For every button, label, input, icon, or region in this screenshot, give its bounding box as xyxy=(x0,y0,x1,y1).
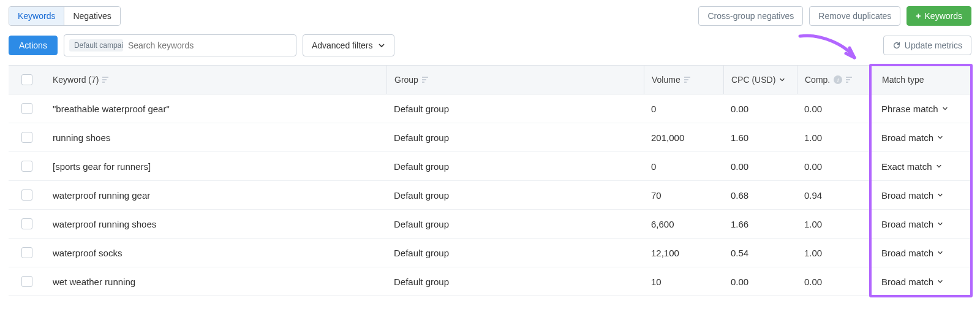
cell-comp: 1.00 xyxy=(797,239,870,267)
chevron-down-icon xyxy=(937,278,943,285)
cell-keyword[interactable]: wet weather running xyxy=(45,267,386,296)
cell-volume: 201,000 xyxy=(644,123,723,151)
col-header-match-type[interactable]: Match type xyxy=(870,66,971,94)
table-row: wet weather running Default group 10 0.0… xyxy=(9,267,971,296)
cell-volume: 12,100 xyxy=(644,239,723,267)
match-type-select[interactable]: Broad match xyxy=(881,248,943,258)
match-type-select[interactable]: Broad match xyxy=(881,219,943,229)
row-checkbox[interactable] xyxy=(21,132,32,143)
cell-group[interactable]: Default group xyxy=(386,239,644,267)
refresh-icon xyxy=(892,41,901,50)
col-header-comp[interactable]: Comp. i xyxy=(797,66,870,94)
cell-volume: 6,600 xyxy=(644,210,723,238)
add-keywords-label: Keywords xyxy=(925,11,962,21)
cell-comp: 1.00 xyxy=(797,123,870,151)
col-header-match-label: Match type xyxy=(882,75,924,85)
match-type-select[interactable]: Broad match xyxy=(881,132,943,143)
cell-cpc: 0.00 xyxy=(723,267,797,296)
chevron-down-icon xyxy=(779,77,785,83)
cell-group[interactable]: Default group xyxy=(386,210,644,238)
row-checkbox[interactable] xyxy=(21,276,32,287)
cell-group[interactable]: Default group xyxy=(386,123,644,151)
cell-volume: 0 xyxy=(644,94,723,123)
table-row: waterproof socks Default group 12,100 0.… xyxy=(9,239,971,267)
row-checkbox[interactable] xyxy=(21,103,32,114)
cell-group[interactable]: Default group xyxy=(386,152,644,180)
chevron-down-icon xyxy=(937,250,943,256)
update-metrics-button[interactable]: Update metrics xyxy=(883,36,971,55)
cross-group-negatives-button[interactable]: Cross-group negatives xyxy=(698,6,803,26)
add-keywords-button[interactable]: + Keywords xyxy=(907,6,971,26)
cell-cpc: 1.60 xyxy=(723,123,797,151)
cell-comp: 1.00 xyxy=(797,210,870,238)
cell-keyword[interactable]: waterproof running gear xyxy=(45,181,386,209)
col-header-group-label: Group xyxy=(394,75,418,85)
match-type-value: Broad match xyxy=(881,277,933,287)
cell-group[interactable]: Default group xyxy=(386,267,644,296)
cell-comp: 0.00 xyxy=(797,267,870,296)
chevron-down-icon xyxy=(937,221,943,227)
select-all-cell[interactable] xyxy=(9,66,45,94)
cell-comp: 0.94 xyxy=(797,181,870,209)
keywords-negatives-tabs[interactable]: Keywords Negatives xyxy=(9,6,121,26)
cell-keyword[interactable]: "breathable waterproof gear" xyxy=(45,94,386,123)
col-header-volume[interactable]: Volume xyxy=(644,66,723,94)
match-type-value: Broad match xyxy=(881,190,933,201)
col-header-comp-label: Comp. xyxy=(805,75,830,85)
cell-keyword[interactable]: waterproof socks xyxy=(45,239,386,267)
chevron-down-icon xyxy=(378,42,385,49)
match-type-select[interactable]: Broad match xyxy=(881,190,943,201)
match-type-select[interactable]: Exact match xyxy=(881,161,942,172)
match-type-value: Broad match xyxy=(881,248,933,258)
actions-button[interactable]: Actions xyxy=(9,36,58,55)
col-header-keyword-label: Keyword (7) xyxy=(53,75,99,85)
cell-group[interactable]: Default group xyxy=(386,181,644,209)
cell-comp: 0.00 xyxy=(797,94,870,123)
table-header-row: Keyword (7) Group Volume CPC (USD) Comp.… xyxy=(9,66,971,94)
info-icon[interactable]: i xyxy=(834,75,842,84)
advanced-filters-button[interactable]: Advanced filters xyxy=(303,34,394,56)
tab-negatives[interactable]: Negatives xyxy=(64,7,119,25)
cell-cpc: 0.00 xyxy=(723,152,797,180)
chevron-down-icon xyxy=(937,134,943,140)
sort-icon xyxy=(846,77,853,83)
cell-volume: 0 xyxy=(644,152,723,180)
table-row: waterproof running shoes Default group 6… xyxy=(9,210,971,239)
row-checkbox[interactable] xyxy=(21,189,32,201)
keywords-table: Keyword (7) Group Volume CPC (USD) Comp.… xyxy=(9,65,971,296)
cell-cpc: 0.00 xyxy=(723,94,797,123)
table-row: running shoes Default group 201,000 1.60… xyxy=(9,123,971,152)
cell-cpc: 0.54 xyxy=(723,239,797,267)
row-checkbox[interactable] xyxy=(21,218,32,229)
chevron-down-icon xyxy=(942,105,948,112)
col-header-keyword[interactable]: Keyword (7) xyxy=(45,66,386,94)
row-checkbox[interactable] xyxy=(21,161,32,172)
cell-keyword[interactable]: running shoes xyxy=(45,123,386,151)
cell-group[interactable]: Default group xyxy=(386,94,644,123)
chevron-down-icon xyxy=(937,192,943,198)
cell-keyword[interactable]: waterproof running shoes xyxy=(45,210,386,238)
search-input[interactable] xyxy=(123,40,296,50)
plus-icon: + xyxy=(916,11,921,21)
row-checkbox[interactable] xyxy=(21,247,32,258)
match-type-select[interactable]: Broad match xyxy=(881,277,943,287)
col-header-cpc-label: CPC (USD) xyxy=(731,75,775,85)
sort-icon xyxy=(684,77,692,83)
col-header-cpc[interactable]: CPC (USD) xyxy=(723,66,797,94)
tab-keywords[interactable]: Keywords xyxy=(9,7,64,25)
search-scope-chip[interactable]: Default campaign xyxy=(69,39,123,52)
remove-duplicates-button[interactable]: Remove duplicates xyxy=(809,6,900,26)
match-type-select[interactable]: Phrase match xyxy=(881,104,948,114)
sort-icon xyxy=(422,77,429,83)
cell-keyword[interactable]: [sports gear for runners] xyxy=(45,152,386,180)
annotation-arrow-icon xyxy=(797,33,864,66)
update-metrics-label: Update metrics xyxy=(905,40,962,50)
select-all-checkbox[interactable] xyxy=(21,74,32,85)
cell-cpc: 1.66 xyxy=(723,210,797,238)
match-type-value: Phrase match xyxy=(881,104,938,114)
match-type-value: Exact match xyxy=(881,161,932,172)
cell-comp: 0.00 xyxy=(797,152,870,180)
col-header-group[interactable]: Group xyxy=(386,66,644,94)
cell-cpc: 0.68 xyxy=(723,181,797,209)
search-keywords-field[interactable]: Default campaign xyxy=(64,34,296,56)
